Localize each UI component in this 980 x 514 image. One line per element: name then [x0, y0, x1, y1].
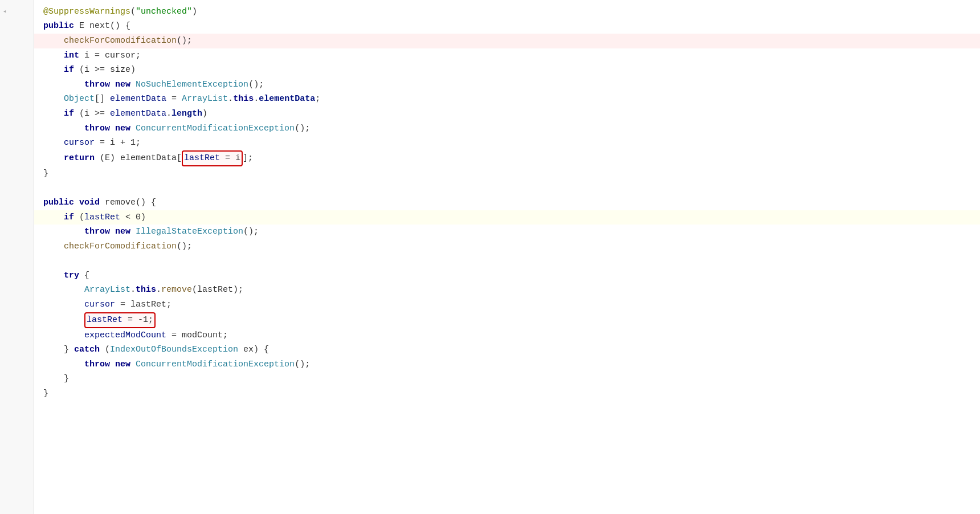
plain-11: =	[166, 92, 182, 106]
code-line-23: expectedModCount = modCount;	[34, 328, 980, 343]
kw-if-2: if	[64, 107, 74, 121]
code-line-26: }	[34, 372, 980, 387]
plain-36: (lastRet);	[192, 283, 243, 297]
method-remove: remove	[161, 283, 192, 297]
code-line-16: throw new IllegalStateException();	[34, 225, 980, 239]
indent-8	[43, 136, 64, 150]
kw-new-2: new	[115, 122, 130, 136]
indent-6	[43, 107, 64, 121]
kw-return: return	[64, 152, 95, 165]
indent-15	[43, 298, 84, 312]
kw-public-2: public	[43, 196, 74, 210]
plain-26: remove() {	[100, 196, 156, 210]
code-line-15: if (lastRet < 0)	[34, 210, 980, 225]
indent-19	[43, 358, 84, 372]
field-length: length	[172, 107, 202, 121]
indent-18	[43, 343, 64, 357]
close-brace-1: }	[43, 167, 48, 181]
var-cursor-2: cursor	[84, 298, 115, 312]
code-line-4: int i = cursor;	[34, 48, 980, 63]
indent-7	[43, 122, 84, 136]
indent-13	[43, 269, 64, 283]
code-line-2: public E next() {	[34, 19, 980, 34]
var-cursor-1: cursor	[64, 136, 95, 150]
plain-41: ex) {	[238, 343, 269, 357]
kw-throw-2: throw	[84, 122, 110, 136]
plain-17: )	[202, 107, 207, 121]
code-line-21: cursor = lastRet;	[34, 297, 980, 312]
class-concurrent-2: ConcurrentModificationException	[136, 358, 295, 372]
class-arraylist-1: ArrayList	[182, 92, 228, 106]
indent-17	[43, 329, 84, 342]
plain-32: ();	[177, 240, 192, 254]
plain-34: .	[130, 283, 136, 297]
kw-new-4: new	[115, 358, 130, 372]
var-elementData-1: elementData	[110, 92, 166, 106]
close-brace-method: }	[43, 387, 48, 401]
plain-43	[130, 358, 136, 372]
code-line-5: if (i >= size)	[34, 63, 980, 77]
class-illegal: IllegalStateException	[136, 225, 243, 239]
plain-24: ];	[243, 152, 253, 165]
plain-15: (i >=	[74, 107, 110, 121]
code-line-18	[34, 254, 980, 269]
indent-4	[43, 78, 84, 92]
code-line-25: throw new ConcurrentModificationExceptio…	[34, 357, 980, 372]
plain-40: (	[100, 343, 110, 357]
plain-20: ();	[295, 122, 310, 136]
code-line-11: return (E) elementData[lastRet = i];	[34, 150, 980, 166]
highlight-lastret-minus1: lastRet = -1;	[84, 312, 156, 328]
indent-16	[43, 313, 84, 327]
var-lastRet-1: lastRet	[184, 153, 220, 163]
indent-11	[43, 225, 84, 239]
indent-12	[43, 240, 64, 254]
kw-int: int	[64, 49, 79, 63]
kw-void: void	[79, 196, 100, 210]
var-expectedModCount: expectedModCount	[84, 329, 166, 342]
kw-new-3: new	[115, 225, 130, 239]
plain-30	[130, 225, 136, 239]
plain-44: ();	[295, 358, 310, 372]
plain-25	[74, 196, 79, 210]
plain-7	[110, 78, 115, 92]
plain-6: (i >= size)	[74, 63, 136, 77]
code-line-7: Object[] elementData = ArrayList.this.el…	[34, 92, 980, 107]
kw-throw-3: throw	[84, 225, 110, 239]
plain-3: E next() {	[74, 19, 130, 33]
plain-1: (	[130, 5, 136, 19]
kw-if-1: if	[64, 63, 74, 77]
code-line-6: throw new NoSuchElementException();	[34, 77, 980, 92]
kw-throw-4: throw	[84, 358, 110, 372]
close-brace-catch: }	[64, 372, 69, 386]
plain-4: ();	[177, 34, 192, 48]
kw-if-3: if	[64, 211, 74, 225]
plain-22: (E) elementData[	[95, 152, 182, 165]
string-unchecked: "unchecked"	[136, 5, 192, 19]
code-line-13	[34, 181, 980, 196]
plain-5: i = cursor;	[79, 49, 141, 63]
gutter-scroll-marker-top: ◂	[0, 5, 9, 19]
kw-public-1: public	[43, 19, 74, 33]
plain-12: .	[228, 92, 233, 106]
indent-5	[43, 92, 64, 106]
indent-20	[43, 372, 64, 386]
class-concurrent-1: ConcurrentModificationException	[136, 122, 295, 136]
plain-18	[110, 122, 115, 136]
kw-new-1: new	[115, 78, 130, 92]
kw-this-1: this	[233, 92, 254, 106]
kw-catch: catch	[74, 343, 100, 357]
highlight-lastret-i: lastRet = i	[182, 150, 243, 166]
class-indexoob: IndexOutOfBoundsException	[110, 343, 238, 357]
indent-10	[43, 211, 64, 225]
code-line-27: }	[34, 386, 980, 401]
editor-container: ◂ @SuppressWarnings("unchecked") public …	[0, 0, 980, 514]
method-check-2: checkForComodification	[64, 240, 177, 254]
plain-9: ();	[248, 78, 264, 92]
plain-39: = modCount;	[166, 329, 228, 342]
kw-this-2: this	[136, 283, 156, 297]
plain-8	[130, 78, 136, 92]
plain-29	[110, 225, 115, 239]
indent-1	[43, 34, 64, 48]
code-line-17: checkForComodification();	[34, 239, 980, 254]
code-line-24: } catch (IndexOutOfBoundsException ex) {	[34, 342, 980, 357]
